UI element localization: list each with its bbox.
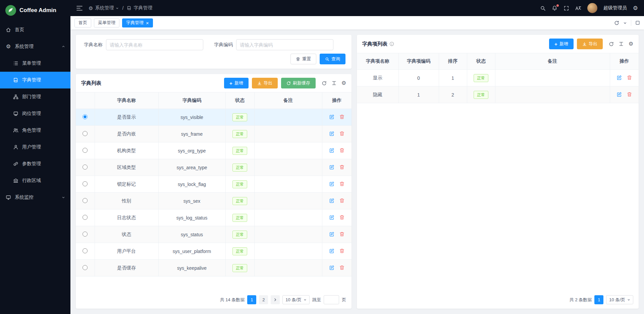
edit-icon[interactable] <box>329 165 334 170</box>
page-2-button[interactable]: 2 <box>259 295 268 304</box>
cell-actions <box>322 260 352 276</box>
row-select-radio[interactable] <box>83 198 88 203</box>
edit-icon[interactable] <box>617 92 622 97</box>
maximize-icon[interactable] <box>635 20 640 25</box>
dict-table-row[interactable]: 机构类型 sys_org_type 正常 <box>76 142 352 159</box>
chevron-down-icon[interactable] <box>623 21 627 25</box>
dict-name-input[interactable] <box>106 39 203 50</box>
row-select-radio[interactable] <box>83 114 88 119</box>
page-jump-input[interactable] <box>324 295 339 304</box>
refresh-icon[interactable] <box>609 42 614 47</box>
sidebar-item-region-management[interactable]: 行政区域 <box>0 172 70 189</box>
breadcrumb-system-management[interactable]: ⚙ 系统管理 <box>89 5 119 11</box>
delete-icon[interactable] <box>627 75 632 80</box>
export-button[interactable]: 导出 <box>577 39 603 49</box>
breadcrumb-dict-management[interactable]: 字典管理 <box>127 5 152 11</box>
edit-icon[interactable] <box>329 131 334 136</box>
column-settings-icon[interactable] <box>332 81 336 85</box>
row-select-radio[interactable] <box>83 248 88 253</box>
dict-item-row[interactable]: 显示 0 1 正常 <box>357 70 639 86</box>
refresh-icon[interactable] <box>614 20 619 25</box>
sidebar-item-system-management[interactable]: ⚙ 系统管理 <box>0 38 70 55</box>
delete-icon[interactable] <box>339 232 344 237</box>
edit-icon[interactable] <box>329 148 334 153</box>
delete-icon[interactable] <box>339 165 344 170</box>
query-button[interactable]: 查询 <box>320 54 345 64</box>
dict-code-input[interactable] <box>236 39 333 50</box>
tab-dict-management[interactable]: 字典管理× <box>122 18 153 27</box>
tab-menu-management[interactable]: 菜单管理 <box>94 18 119 27</box>
page-size-select[interactable]: 10 条/页 <box>282 295 310 304</box>
row-select-radio[interactable] <box>83 181 88 186</box>
row-select-radio[interactable] <box>83 265 88 270</box>
dict-table-row[interactable]: 区域类型 sys_area_type 正常 <box>76 159 352 176</box>
gear-icon[interactable]: ⚙ <box>629 41 633 47</box>
sidebar-item-role-management[interactable]: 角色管理 <box>0 122 70 139</box>
delete-icon[interactable] <box>339 131 344 136</box>
edit-icon[interactable] <box>329 198 334 203</box>
sidebar-collapse-icon[interactable] <box>76 6 83 11</box>
sidebar-item-menu-management[interactable]: 菜单管理 <box>0 55 70 72</box>
translate-icon[interactable] <box>575 5 581 11</box>
sidebar-item-param-management[interactable]: 参数管理 <box>0 155 70 172</box>
dict-table-row[interactable]: 是否内嵌 sys_frame 正常 <box>76 126 352 142</box>
row-select-radio[interactable] <box>83 165 88 170</box>
dict-table-row[interactable]: 状态 sys_status 正常 <box>76 226 352 243</box>
info-icon[interactable] <box>389 42 394 46</box>
delete-icon[interactable] <box>339 181 344 186</box>
dict-table-row[interactable]: 是否缓存 sys_keepalive 正常 <box>76 260 352 276</box>
column-settings-icon[interactable] <box>619 42 624 46</box>
notification-bell-icon[interactable] <box>552 5 557 11</box>
reset-button[interactable]: 重置 <box>290 54 316 64</box>
delete-icon[interactable] <box>339 248 344 253</box>
delete-icon[interactable] <box>339 265 344 270</box>
app-logo[interactable]: Coffee Admin <box>0 0 70 21</box>
edit-icon[interactable] <box>329 181 334 186</box>
dict-table-row[interactable]: 锁定标记 sys_lock_flag 正常 <box>76 176 352 193</box>
row-select-radio[interactable] <box>83 232 88 237</box>
refresh-icon[interactable] <box>322 81 327 86</box>
row-select-radio[interactable] <box>83 131 88 136</box>
dict-table-row[interactable]: 日志状态 sys_log_status 正常 <box>76 209 352 226</box>
edit-icon[interactable] <box>329 114 334 119</box>
delete-icon[interactable] <box>627 92 632 97</box>
delete-icon[interactable] <box>339 114 344 119</box>
edit-icon[interactable] <box>329 265 334 270</box>
edit-icon[interactable] <box>617 75 622 80</box>
search-icon[interactable] <box>540 5 546 11</box>
dict-table-row[interactable]: 用户平台 sys_user_platform 正常 <box>76 243 352 260</box>
refresh-cache-button[interactable]: 刷新缓存 <box>281 78 316 88</box>
delete-icon[interactable] <box>339 148 344 153</box>
user-avatar[interactable] <box>587 3 597 13</box>
dict-table-row[interactable]: 性别 sys_sex 正常 <box>76 193 352 209</box>
export-button[interactable]: 导出 <box>252 78 278 88</box>
delete-icon[interactable] <box>339 198 344 203</box>
delete-icon[interactable] <box>339 215 344 220</box>
page-1-button[interactable]: 1 <box>594 295 603 304</box>
sidebar-item-user-management[interactable]: 用户管理 <box>0 139 70 155</box>
row-select-radio[interactable] <box>83 148 88 153</box>
gear-icon[interactable]: ⚙ <box>341 80 346 86</box>
edit-icon[interactable] <box>329 215 334 220</box>
tab-home[interactable]: 首页 <box>74 18 91 27</box>
add-button[interactable]: +新增 <box>549 39 574 49</box>
fullscreen-icon[interactable] <box>564 5 569 11</box>
dict-table-row[interactable]: 是否显示 sys_visible 正常 <box>76 109 352 126</box>
edit-icon[interactable] <box>329 232 334 237</box>
sidebar-item-dict-management[interactable]: 字典管理 <box>0 72 70 88</box>
sidebar-item-department-management[interactable]: 部门管理 <box>0 88 70 105</box>
close-icon[interactable]: × <box>146 20 149 25</box>
settings-gear-icon[interactable]: ⚙ <box>633 5 638 11</box>
dict-item-row[interactable]: 隐藏 1 2 正常 <box>357 86 639 103</box>
sidebar-item-post-management[interactable]: 岗位管理 <box>0 105 70 122</box>
next-page-button[interactable] <box>271 295 280 304</box>
page-size-select[interactable]: 10 条/页 <box>606 295 633 304</box>
page-1-button[interactable]: 1 <box>247 295 256 304</box>
row-select-radio[interactable] <box>83 215 88 220</box>
edit-icon[interactable] <box>329 248 334 253</box>
cell-actions <box>322 109 352 126</box>
add-button[interactable]: +新增 <box>224 78 249 88</box>
sidebar-item-system-monitor[interactable]: 系统监控 <box>0 189 70 206</box>
sidebar-item-home[interactable]: 首页 <box>0 21 70 38</box>
leaf-logo-icon <box>5 5 16 16</box>
